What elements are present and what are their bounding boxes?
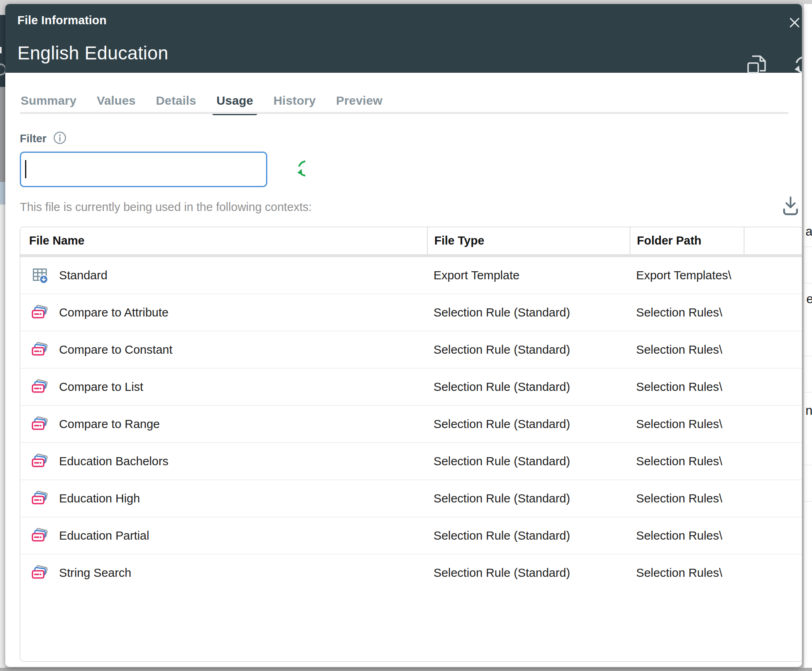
column-header-file-name: File Name	[20, 227, 427, 254]
folder-path-cell: Selection Rules\	[630, 331, 744, 368]
file-information-dialog: File Information English Education	[5, 4, 802, 667]
table-row[interactable]: Education High Selection Rule (Standard)…	[20, 480, 802, 517]
selection-rule-icon	[31, 378, 49, 396]
reload-icon	[780, 73, 802, 79]
usage-description: This file is currently being used in the…	[20, 200, 312, 214]
download-button[interactable]	[779, 194, 802, 218]
file-name-text: Compare to Range	[59, 417, 160, 431]
file-type-cell: Selection Rule (Standard)	[427, 294, 630, 331]
export-template-icon	[31, 266, 49, 285]
folder-path-cell: Selection Rules\	[630, 443, 744, 479]
background-page-right-strip: a e n	[804, 4, 812, 668]
file-name-text: Standard	[59, 268, 108, 282]
file-title: English Education	[17, 42, 168, 64]
tab-details[interactable]: Details	[155, 93, 197, 114]
file-name-text: Compare to Constant	[59, 343, 172, 357]
empty-cell	[744, 443, 802, 479]
download-icon	[779, 213, 802, 219]
file-name-cell: Education Partial	[20, 517, 427, 554]
copy-file-icon	[745, 73, 768, 79]
empty-cell	[744, 294, 802, 331]
folder-path-cell: Selection Rules\	[630, 294, 744, 331]
file-type-cell: Export Template	[427, 257, 630, 293]
tab-usage[interactable]: Usage	[216, 93, 254, 114]
file-name-text: String Search	[59, 566, 131, 580]
empty-cell	[744, 406, 802, 442]
folder-path-cell: Selection Rules\	[630, 517, 744, 554]
filter-label: Filter	[20, 133, 47, 145]
file-name-cell: Education Bachelors	[20, 443, 427, 479]
file-type-cell: Selection Rule (Standard)	[427, 369, 630, 405]
folder-path-cell: Selection Rules\	[630, 369, 744, 405]
folder-path-cell: Selection Rules\	[630, 555, 744, 591]
table-row[interactable]: Compare to Constant Selection Rule (Stan…	[20, 331, 802, 369]
tab-summary[interactable]: Summary	[20, 93, 77, 114]
background-page-blue-strip	[0, 182, 6, 205]
dialog-title: File Information	[17, 14, 107, 27]
file-name-text: Education Partial	[59, 529, 149, 542]
copy-file-button[interactable]	[745, 53, 768, 78]
tab-underline-track	[20, 112, 789, 114]
file-name-cell: Education High	[20, 480, 427, 517]
file-name-text: Education High	[59, 492, 140, 505]
column-header-file-type: File Type	[427, 227, 630, 254]
background-page-gray-strip	[0, 87, 6, 182]
usage-table-body: Standard Export Template Export Template…	[20, 257, 802, 591]
file-name-cell: Compare to Range	[20, 406, 427, 442]
table-row[interactable]: Education Bachelors Selection Rule (Stan…	[20, 443, 802, 480]
file-type-cell: Selection Rule (Standard)	[427, 331, 630, 368]
close-icon	[787, 26, 802, 32]
folder-path-cell: Selection Rules\	[630, 480, 744, 517]
file-name-cell: Compare to Constant	[20, 331, 427, 368]
file-type-cell: Selection Rule (Standard)	[427, 517, 630, 554]
folder-path-cell: Export Templates\	[630, 257, 744, 293]
table-header-row: File Name File Type Folder Path	[20, 227, 802, 257]
background-letter-fragment: e	[806, 292, 812, 306]
column-header-empty	[744, 227, 802, 254]
empty-cell	[744, 517, 802, 554]
table-row[interactable]: Compare to Attribute Selection Rule (Sta…	[20, 294, 802, 331]
refresh-icon	[283, 175, 305, 181]
file-name-text: Education Bachelors	[59, 454, 169, 468]
column-header-folder-path: Folder Path	[630, 227, 744, 254]
tab-values[interactable]: Values	[96, 93, 136, 114]
empty-cell	[744, 331, 802, 368]
refresh-filter-button[interactable]	[283, 158, 305, 180]
filter-input[interactable]	[20, 152, 267, 187]
table-row[interactable]: String Search Selection Rule (Standard) …	[20, 555, 802, 591]
table-row[interactable]: Compare to List Selection Rule (Standard…	[20, 369, 802, 406]
tab-preview[interactable]: Preview	[335, 93, 383, 114]
usage-table: File Name File Type Folder Path	[20, 227, 802, 662]
tab-history[interactable]: History	[273, 93, 317, 114]
empty-cell	[744, 555, 802, 591]
folder-path-cell: Selection Rules\	[630, 406, 744, 442]
file-type-cell: Selection Rule (Standard)	[427, 406, 630, 442]
close-button[interactable]	[787, 15, 802, 31]
tab-bar: SummaryValuesDetailsUsageHistoryPreview	[20, 93, 789, 114]
file-name-text: Compare to List	[59, 380, 143, 394]
file-name-text: Compare to Attribute	[59, 306, 169, 319]
background-letter-fragment: n	[806, 403, 812, 418]
selection-rule-icon	[31, 415, 49, 433]
info-icon[interactable]	[53, 131, 67, 146]
file-type-cell: Selection Rule (Standard)	[427, 443, 630, 479]
file-name-cell: Compare to List	[20, 369, 427, 405]
selection-rule-icon	[31, 526, 49, 545]
reload-button[interactable]	[780, 54, 802, 78]
selection-rule-icon	[31, 303, 49, 322]
file-name-cell: Compare to Attribute	[20, 294, 427, 331]
background-page-dark-strip	[0, 15, 6, 87]
file-name-cell: String Search	[20, 555, 427, 591]
file-name-cell: Standard	[20, 257, 427, 293]
background-letter-fragment: a	[806, 224, 812, 239]
file-type-cell: Selection Rule (Standard)	[427, 480, 630, 517]
selection-rule-icon	[31, 452, 49, 471]
table-row[interactable]: Standard Export Template Export Template…	[20, 257, 802, 294]
text-caret	[25, 160, 26, 178]
table-row[interactable]: Education Partial Selection Rule (Standa…	[20, 517, 802, 555]
empty-cell	[744, 257, 802, 293]
table-row[interactable]: Compare to Range Selection Rule (Standar…	[20, 406, 802, 443]
selection-rule-icon	[31, 489, 49, 508]
empty-cell	[744, 480, 802, 517]
background-page-bottom-strip	[0, 668, 812, 671]
